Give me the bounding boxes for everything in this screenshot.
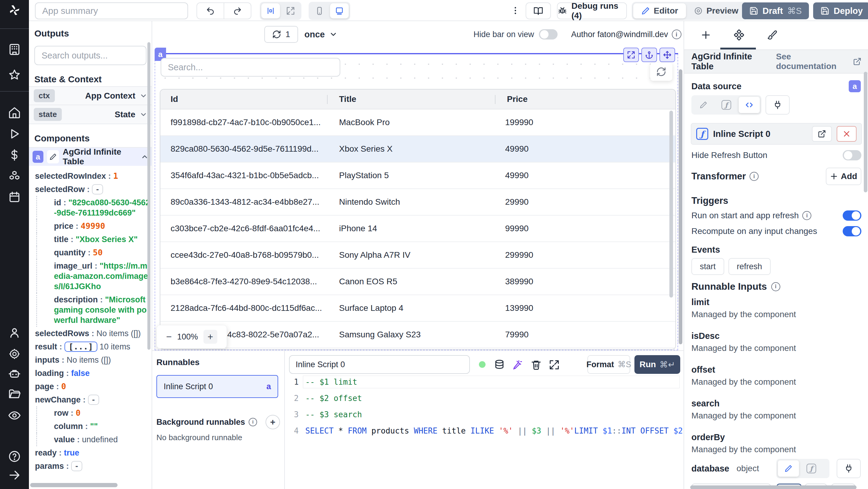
mobile-view-button[interactable] [310, 3, 329, 19]
event-start-pill[interactable]: start [691, 258, 724, 275]
user-icon[interactable] [8, 326, 21, 339]
delete-trash-icon[interactable] [531, 359, 541, 370]
right-panel-scrollbar[interactable] [864, 72, 867, 192]
zoom-in-button[interactable]: + [204, 330, 217, 344]
see-documentation-link[interactable]: See documentation [776, 52, 861, 71]
prop-row[interactable]: value : undefined [36, 433, 152, 446]
folders-icon[interactable] [8, 388, 21, 401]
center-layout-button[interactable] [261, 3, 280, 19]
run-on-start-toggle[interactable] [843, 210, 861, 221]
prop-row[interactable]: id : "829ca080-5630-4562-9d5e-7611199dc6… [36, 196, 152, 219]
prop-row[interactable]: image_url : "https://m.media-amazon.com/… [36, 259, 152, 293]
windmill-logo-icon[interactable] [8, 4, 21, 17]
table-row[interactable]: 89c0a336-1343-4812-ac34-e4bb8e27...Ninte… [160, 189, 675, 216]
outputs-horizontal-scrollbar[interactable] [30, 483, 118, 487]
prop-row[interactable]: row : 0 [36, 406, 152, 420]
component-refresh-button[interactable] [650, 63, 673, 81]
prop-row[interactable]: newChange : - [29, 393, 152, 406]
right-panel-horizontal-scrollbar[interactable] [690, 485, 857, 489]
tab-editor[interactable]: Editor [633, 3, 686, 19]
component-row-aggrid[interactable]: a AgGrid Infinite Table [29, 147, 152, 166]
collapse-arrow-icon[interactable] [8, 468, 21, 482]
prop-row[interactable]: title : "Xbox Series X" [36, 233, 152, 246]
info-icon[interactable]: i [802, 211, 811, 220]
code-editor[interactable]: 1 2 3 4 -- $1 limit -- $2 offset -- $3 s… [285, 377, 684, 489]
table-row[interactable]: c303bce7-cb2e-42c6-8fdf-6aa01fc4e4...iPh… [160, 216, 675, 242]
info-icon[interactable]: i [249, 418, 257, 426]
docs-book-button[interactable] [526, 2, 551, 19]
tab-component-settings-icon[interactable] [732, 28, 746, 42]
refresh-count-button[interactable]: 1 [264, 26, 298, 43]
state-row[interactable]: state State [29, 105, 152, 124]
column-header-title[interactable]: Title [327, 90, 495, 109]
prop-row[interactable]: selectedRow : - [29, 183, 152, 196]
favorites-star-icon[interactable] [8, 69, 21, 82]
prop-row[interactable]: price : 49990 [36, 219, 152, 233]
info-icon[interactable]: i [771, 282, 780, 291]
table-row[interactable]: 2128adca-7fc6-44bd-800c-dc115df6ac...Sur… [160, 295, 675, 322]
event-refresh-pill[interactable]: refresh [728, 258, 771, 275]
prop-row[interactable]: quantity : 50 [36, 246, 152, 259]
expand-editor-icon[interactable] [549, 359, 560, 370]
function-icon[interactable]: ƒ [801, 460, 822, 477]
static-pencil-icon[interactable] [693, 97, 714, 113]
hide-refresh-toggle[interactable] [843, 150, 861, 160]
prop-row[interactable]: description : "Microsoft gaming console … [36, 293, 152, 327]
prop-row[interactable]: result : [...] 10 items [29, 340, 152, 353]
prop-row[interactable]: column : "" [36, 420, 152, 433]
prop-row[interactable]: params : - [29, 459, 152, 473]
desktop-view-button[interactable] [330, 3, 349, 19]
expand-layout-button[interactable] [281, 3, 300, 19]
move-component-button[interactable] [659, 48, 675, 62]
table-scrollbar[interactable] [670, 111, 673, 298]
table-row[interactable]: 354f6afd-43ac-4321-b1bc-0b5e5adcb...Play… [160, 162, 675, 189]
function-icon[interactable]: ƒ [716, 97, 737, 113]
anchor-component-button[interactable] [641, 48, 657, 62]
table-row[interactable]: ccee43dc-27e0-40a8-b768-b09579b0...Sony … [160, 242, 675, 269]
script-name-input[interactable] [289, 355, 470, 374]
draft-button[interactable]: Draft ⌘S [742, 2, 809, 19]
table-search-input[interactable] [161, 58, 340, 77]
table-row[interactable]: 4c83-8022-5e70a07a2...Samsung Galaxy S23… [160, 322, 675, 348]
deploy-button[interactable]: Deploy [813, 2, 868, 19]
prop-row[interactable]: ready : true [29, 446, 152, 459]
recompute-toggle[interactable] [843, 226, 861, 236]
tab-insert-plus-icon[interactable] [699, 28, 713, 42]
prop-row[interactable]: inputs : No items ([]) [29, 353, 152, 367]
format-button[interactable]: Format ⌘S [587, 355, 630, 374]
add-background-runnable-button[interactable]: + [266, 415, 280, 429]
canvas-scrollbar[interactable] [679, 69, 682, 344]
workers-robot-icon[interactable] [8, 367, 21, 380]
app-summary-input[interactable] [35, 2, 188, 19]
expand-array-button[interactable]: [...] [64, 342, 97, 352]
remove-script-button[interactable] [837, 126, 857, 142]
more-options-kebab[interactable] [510, 4, 521, 17]
ctx-row[interactable]: ctx App Context [29, 86, 152, 105]
search-outputs-input[interactable] [34, 46, 147, 65]
schedules-calendar-icon[interactable] [8, 190, 21, 204]
prop-row[interactable]: selectedRowIndex : 1 [29, 170, 152, 183]
ai-wand-icon[interactable] [512, 359, 523, 370]
refresh-mode-dropdown[interactable]: once [304, 26, 338, 43]
outputs-scrollbar[interactable] [147, 42, 150, 350]
undo-button[interactable] [197, 3, 224, 19]
code-mode-icon[interactable] [739, 97, 760, 113]
chevron-down-icon[interactable] [140, 92, 147, 100]
zoom-out-button[interactable]: − [166, 331, 172, 342]
help-icon[interactable] [8, 450, 21, 463]
hide-bar-toggle[interactable] [539, 29, 558, 39]
audit-eye-icon[interactable] [8, 409, 21, 422]
runs-play-icon[interactable] [8, 127, 21, 141]
redo-button[interactable] [224, 3, 251, 19]
debug-runs-button[interactable]: Debug runs (4) [557, 2, 627, 19]
run-button[interactable]: Run ⌘↵ [634, 355, 680, 374]
table-row[interactable]: b3e864c8-7fe3-4270-89e9-54c12038...Canon… [160, 269, 675, 295]
prop-row[interactable]: page : 0 [29, 380, 152, 393]
tab-styling-brush-icon[interactable] [765, 28, 779, 42]
workspace-icon[interactable] [8, 43, 21, 56]
column-header-price[interactable]: Price [495, 90, 675, 109]
open-script-external-button[interactable] [812, 126, 832, 142]
prop-row[interactable]: loading : false [29, 367, 152, 380]
tab-preview[interactable]: Preview [686, 3, 746, 19]
connect-plug-icon[interactable] [837, 459, 861, 478]
